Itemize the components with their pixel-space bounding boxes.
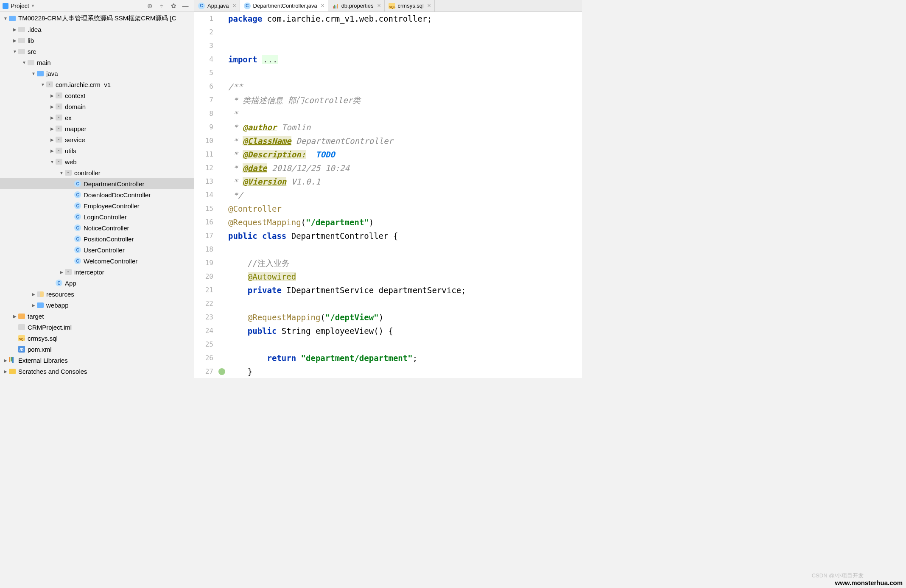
code-line[interactable]: * @Viersion V1.0.1 (228, 175, 582, 188)
expand-arrow-icon[interactable]: ▼ (3, 16, 8, 21)
code-line[interactable]: return "department/department"; (228, 351, 582, 365)
code-line[interactable]: * @author Tomlin (228, 120, 582, 134)
tree-node[interactable]: ▶CDepartmentController (0, 178, 194, 189)
tree-node[interactable]: ▶CApp (0, 277, 194, 288)
line-number: 21 (194, 283, 213, 297)
code-line[interactable]: /** (228, 80, 582, 93)
chevron-down-icon[interactable]: ▼ (31, 3, 35, 8)
code-line[interactable]: package com.iarchie.crm_v1.web.controlle… (228, 12, 582, 25)
expand-arrow-icon[interactable]: ▶ (31, 303, 36, 308)
expand-arrow-icon[interactable]: ▶ (49, 137, 55, 142)
tree-node[interactable]: ▶service (0, 134, 194, 145)
tree-node[interactable]: ▶ex (0, 112, 194, 123)
code-line[interactable]: * 类描述信息 部门controller类 (228, 93, 582, 107)
tree-node[interactable]: ▶CUserController (0, 244, 194, 255)
code-line[interactable]: @Controller (228, 202, 582, 216)
collapse-icon[interactable]: ÷ (158, 2, 165, 10)
tree-node[interactable]: ▶CLoginController (0, 211, 194, 222)
tree-node[interactable]: ▼controller (0, 167, 194, 178)
close-icon[interactable]: ✕ (321, 3, 324, 8)
code-line[interactable] (228, 66, 582, 80)
close-icon[interactable]: ✕ (377, 3, 381, 8)
tree-node[interactable]: ▶mapper (0, 123, 194, 134)
expand-arrow-icon[interactable]: ▶ (49, 148, 55, 153)
expand-arrow-icon[interactable]: ▶ (31, 292, 36, 297)
code-line[interactable]: @Autowired (228, 270, 582, 283)
hide-icon[interactable]: — (182, 2, 189, 10)
gear-icon[interactable]: ✿ (170, 2, 177, 10)
code-line[interactable]: @RequestMapping("/deptView") (228, 311, 582, 324)
expand-arrow-icon[interactable]: ▶ (59, 270, 64, 274)
code-line[interactable] (228, 338, 582, 351)
expand-arrow-icon[interactable]: ▼ (49, 160, 55, 164)
tree-node[interactable]: ▶webapp (0, 300, 194, 311)
expand-arrow-icon[interactable]: ▶ (49, 115, 55, 120)
tree-node[interactable]: ▼TM00228-CRM人事管理系统源码 SSM框架CRM源码 [C (0, 13, 194, 24)
tree-node[interactable]: ▼src (0, 46, 194, 57)
code-line[interactable]: private IDepartmentService departmentSer… (228, 283, 582, 297)
tree-node[interactable]: ▶Scratches and Consoles (0, 366, 194, 377)
code-line[interactable]: @RequestMapping("/department") (228, 216, 582, 229)
project-tree[interactable]: ▼TM00228-CRM人事管理系统源码 SSM框架CRM源码 [C▶.idea… (0, 12, 194, 378)
code-line[interactable] (228, 25, 582, 39)
tree-node[interactable]: ▶domain (0, 101, 194, 112)
expand-arrow-icon[interactable]: ▶ (3, 369, 8, 374)
close-icon[interactable]: ✕ (427, 3, 431, 8)
tree-node[interactable]: ▶interceptor (0, 266, 194, 277)
code-line[interactable]: * (228, 107, 582, 120)
tree-label: interceptor (74, 269, 104, 276)
expand-arrow-icon[interactable]: ▶ (12, 38, 18, 43)
code-line[interactable]: * @date 2018/12/25 10:24 (228, 161, 582, 175)
expand-arrow-icon[interactable]: ▶ (12, 27, 18, 32)
code-area[interactable]: package com.iarchie.crm_v1.web.controlle… (228, 12, 582, 378)
expand-arrow-icon[interactable]: ▶ (49, 93, 55, 98)
tree-node[interactable]: ▶utils (0, 145, 194, 156)
expand-arrow-icon[interactable]: ▼ (21, 60, 27, 65)
editor-tab[interactable]: CDepartmentController.java✕ (240, 0, 328, 11)
code-line[interactable]: //注入业务 (228, 256, 582, 270)
expand-arrow-icon[interactable]: ▶ (3, 358, 8, 363)
tree-node[interactable]: ▶CWelcomeController (0, 255, 194, 266)
code-line[interactable]: * @Description: TODO (228, 148, 582, 161)
code-line[interactable]: } (228, 365, 582, 378)
expand-arrow-icon[interactable]: ▼ (40, 82, 46, 87)
tree-node[interactable]: ▶.idea (0, 24, 194, 35)
expand-arrow-icon[interactable]: ▼ (31, 71, 36, 76)
code-line[interactable]: public String employeeView() { (228, 324, 582, 338)
code-line[interactable] (228, 39, 582, 53)
tree-node[interactable]: ▼com.iarchie.crm_v1 (0, 79, 194, 90)
editor-tab[interactable]: db.properties✕ (328, 0, 385, 11)
tree-node[interactable]: ▶resources (0, 288, 194, 300)
tree-node[interactable]: ▶CNoticeController (0, 222, 194, 233)
tree-node[interactable]: ▼main (0, 57, 194, 68)
tree-node[interactable]: ▶context (0, 90, 194, 101)
close-icon[interactable]: ✕ (232, 3, 236, 8)
tree-node[interactable]: ▼java (0, 68, 194, 79)
tree-node[interactable]: ▶CDownloadDocController (0, 189, 194, 200)
code-line[interactable]: */ (228, 188, 582, 202)
tree-node[interactable]: ▶CRMProject.iml (0, 322, 194, 333)
tree-node[interactable]: ▶lib (0, 35, 194, 46)
tree-node[interactable]: ▶CEmployeeController (0, 200, 194, 211)
code-line[interactable]: * @ClassName DepartmentController (228, 134, 582, 148)
tree-node[interactable]: ▶CPositionController (0, 233, 194, 244)
code-line[interactable]: import ... (228, 53, 582, 66)
code-line[interactable]: public class DepartmentController { (228, 229, 582, 243)
locate-icon[interactable]: ⊕ (146, 2, 154, 10)
project-view-title[interactable]: Project (11, 3, 29, 9)
editor-tab[interactable]: CApp.java✕ (194, 0, 240, 11)
tree-node[interactable]: ▶External Libraries (0, 355, 194, 366)
tree-node[interactable]: ▶target (0, 311, 194, 322)
editor-tab[interactable]: SQLcrmsys.sql✕ (385, 0, 435, 11)
expand-arrow-icon[interactable]: ▶ (12, 314, 18, 319)
expand-arrow-icon[interactable]: ▶ (49, 104, 55, 109)
expand-arrow-icon[interactable]: ▶ (49, 126, 55, 131)
gutter-marker-icon[interactable] (218, 368, 225, 375)
expand-arrow-icon[interactable]: ▼ (59, 171, 64, 175)
expand-arrow-icon[interactable]: ▼ (12, 49, 18, 54)
tree-node[interactable]: ▼web (0, 156, 194, 167)
tree-node[interactable]: ▶SQLcrmsys.sql (0, 333, 194, 344)
tree-node[interactable]: ▶mpom.xml (0, 344, 194, 355)
code-line[interactable] (228, 297, 582, 311)
code-line[interactable] (228, 243, 582, 256)
